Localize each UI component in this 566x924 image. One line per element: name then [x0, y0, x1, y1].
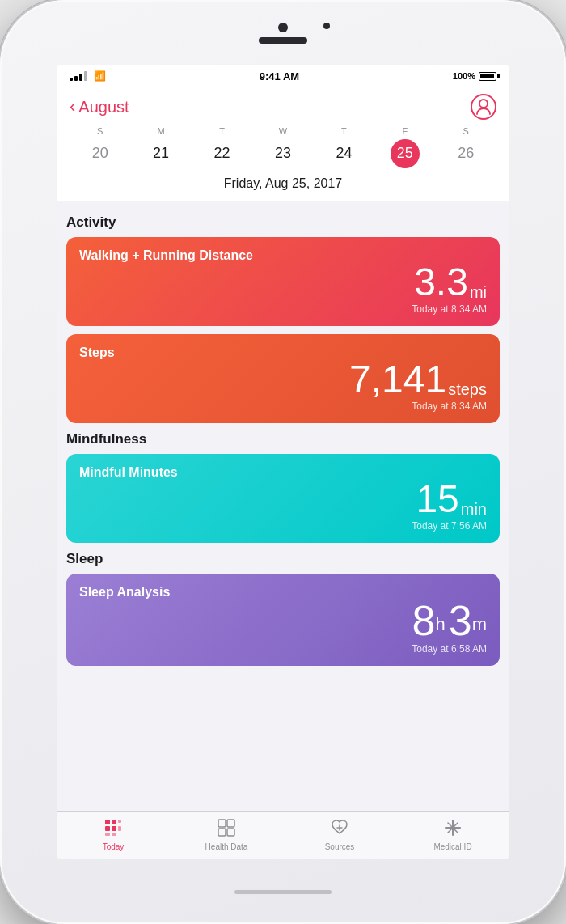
svg-rect-9 [218, 820, 226, 827]
tab-health-data-label: Health Data [205, 842, 248, 851]
main-content: Activity Walking + Running Distance 3.3 … [57, 201, 509, 811]
day-label-s2: S [436, 126, 496, 136]
svg-rect-8 [112, 833, 116, 836]
medical-id-icon [444, 819, 462, 840]
sleep-value-display: 8 h 3 m [412, 600, 487, 642]
day-label-w: W [252, 126, 313, 136]
card-steps-number: 7,141 [349, 360, 446, 399]
cal-date-25[interactable]: 25 [391, 139, 420, 168]
section-title-sleep: Sleep [66, 551, 500, 567]
status-right: 100% [453, 71, 496, 81]
svg-rect-2 [112, 820, 116, 824]
calendar-dates: 20 21 22 23 24 25 26 [70, 139, 496, 168]
sleep-m-unit: m [472, 614, 487, 635]
card-mindful-value-area: 15 min Today at 7:56 AM [79, 480, 487, 532]
speaker [259, 37, 307, 44]
card-steps-unit: steps [448, 380, 487, 399]
svg-rect-5 [112, 826, 116, 831]
svg-rect-12 [227, 829, 234, 836]
battery-percent: 100% [453, 71, 475, 81]
tab-health-data[interactable]: Health Data [170, 819, 283, 851]
month-label: August [78, 98, 129, 117]
day-label-t2: T [314, 126, 374, 136]
card-walking-running[interactable]: Walking + Running Distance 3.3 mi Today … [66, 237, 500, 326]
tab-bar: Today Health Data [57, 811, 509, 859]
cal-date-20[interactable]: 20 [70, 142, 130, 166]
tab-medical-id-label: Medical ID [433, 842, 471, 851]
section-title-mindfulness: Mindfulness [66, 431, 500, 447]
home-indicator [234, 890, 332, 894]
phone-bottom [234, 859, 332, 924]
svg-rect-4 [105, 826, 110, 831]
cal-date-22[interactable]: 22 [192, 142, 252, 166]
full-date-label: Friday, Aug 25, 2017 [70, 173, 496, 194]
front-camera [278, 23, 288, 32]
card-mindful-time: Today at 7:56 AM [412, 520, 487, 532]
card-walking-time: Today at 8:34 AM [412, 303, 487, 315]
card-sleep-value-area: 8 h 3 m Today at 6:58 AM [79, 600, 487, 655]
card-walking-unit: mi [470, 283, 487, 302]
tab-today-label: Today [103, 842, 125, 851]
status-time: 9:41 AM [260, 70, 299, 83]
cal-date-26[interactable]: 26 [436, 142, 496, 166]
svg-rect-10 [227, 820, 234, 827]
card-walking-number: 3.3 [414, 263, 468, 302]
calendar-days-header: S M T W T F S [70, 126, 496, 136]
tab-sources[interactable]: Sources [283, 819, 396, 851]
card-walking-value-area: 3.3 mi Today at 8:34 AM [79, 263, 487, 315]
status-bar: 📶 9:41 AM 100% [57, 65, 509, 87]
card-mindful-number: 15 [416, 480, 458, 519]
phone-top [0, 0, 566, 65]
month-nav: ‹ August [70, 94, 496, 120]
cal-date-24[interactable]: 24 [314, 142, 374, 166]
day-label-s1: S [70, 126, 130, 136]
tab-sources-label: Sources [325, 842, 355, 851]
health-data-icon [218, 819, 235, 840]
sleep-hours: 8 [412, 600, 436, 642]
card-mindful-unit: min [461, 500, 487, 519]
screen: 📶 9:41 AM 100% ‹ August [57, 65, 509, 859]
sleep-minutes: 3 [449, 600, 472, 642]
svg-rect-11 [218, 829, 226, 836]
back-button[interactable]: ‹ August [70, 98, 129, 117]
app-header: ‹ August S M T W T F S [57, 87, 509, 201]
svg-rect-6 [118, 826, 121, 831]
card-mindful[interactable]: Mindful Minutes 15 min Today at 7:56 AM [66, 454, 500, 543]
tab-medical-id[interactable]: Medical ID [396, 819, 509, 851]
card-steps-value-area: 7,141 steps Today at 8:34 AM [79, 360, 487, 412]
sleep-h-unit: h [436, 614, 446, 635]
svg-point-0 [479, 100, 488, 108]
back-chevron-icon: ‹ [70, 98, 75, 116]
day-label-t1: T [192, 126, 252, 136]
battery-icon [479, 72, 496, 81]
signal-icon [70, 71, 87, 81]
svg-rect-3 [118, 820, 121, 823]
cal-date-23[interactable]: 23 [252, 142, 313, 166]
svg-rect-7 [105, 833, 110, 836]
sensor [323, 23, 330, 29]
profile-button[interactable] [471, 94, 496, 120]
sources-icon [331, 819, 348, 840]
today-icon [104, 819, 122, 840]
day-label-f: F [374, 126, 435, 136]
section-title-activity: Activity [66, 214, 500, 231]
status-left: 📶 [70, 70, 106, 82]
card-steps[interactable]: Steps 7,141 steps Today at 8:34 AM [66, 334, 500, 423]
phone-frame: 📶 9:41 AM 100% ‹ August [0, 0, 566, 924]
tab-today[interactable]: Today [57, 819, 170, 851]
cal-date-21[interactable]: 21 [130, 142, 191, 166]
day-label-m: M [130, 126, 191, 136]
wifi-icon: 📶 [94, 70, 106, 82]
card-sleep[interactable]: Sleep Analysis 8 h 3 m Today at 6:58 AM [66, 574, 500, 666]
card-steps-time: Today at 8:34 AM [412, 401, 487, 412]
svg-rect-1 [105, 820, 110, 824]
card-sleep-time: Today at 6:58 AM [412, 643, 487, 655]
